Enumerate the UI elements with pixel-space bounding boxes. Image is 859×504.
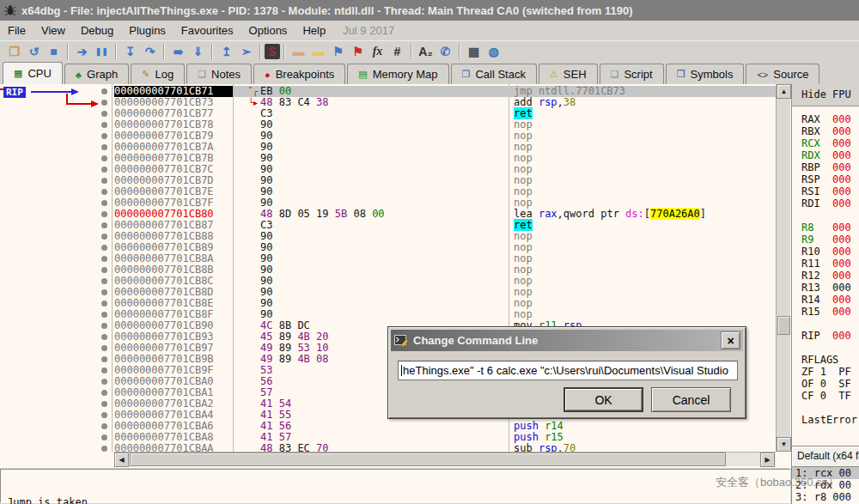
label-icon[interactable]: ⚑ (328, 42, 348, 60)
breakpoint-dot[interactable] (101, 234, 107, 240)
breakpoint-dot[interactable] (101, 222, 107, 228)
breakpoint-dot[interactable] (101, 144, 107, 150)
breakpoint-dot[interactable] (101, 245, 107, 251)
tab-source[interactable]: <>Source (746, 64, 819, 84)
breakpoint-dot[interactable] (101, 323, 107, 329)
register-row[interactable]: RAX000 (792, 113, 859, 125)
breakpoint-dot[interactable] (101, 345, 107, 351)
restart-icon[interactable]: ↺ (24, 42, 44, 60)
register-row[interactable]: RSI000 (792, 185, 859, 197)
breakpoint-dot[interactable] (101, 312, 107, 318)
register-row[interactable]: R12000 (792, 270, 859, 282)
register-row[interactable]: R13000 (792, 282, 859, 294)
register-row[interactable]: LastError (792, 414, 859, 426)
scroll-left-button[interactable]: ◀ (114, 452, 129, 467)
breakpoint-dot[interactable] (101, 256, 107, 262)
tab-symbols[interactable]: ❒Symbols (666, 64, 745, 84)
breakpoint-dot[interactable] (101, 278, 107, 284)
register-row[interactable]: RBX000 (792, 125, 859, 137)
register-row[interactable]: RSP000 (792, 173, 859, 185)
register-row[interactable]: RFLAGS (792, 354, 859, 366)
tab-log[interactable]: ✎Log (131, 64, 185, 84)
menu-file[interactable]: File (0, 24, 34, 37)
register-row[interactable]: RCX000 (792, 137, 859, 149)
register-row[interactable]: RBP000 (792, 161, 859, 173)
tab-breakpoints[interactable]: ●Breakpoints (253, 64, 345, 84)
patches-icon[interactable]: ▬ (289, 42, 308, 60)
step-over-icon[interactable]: ↷ (140, 42, 160, 60)
system-breakpoint-icon[interactable]: S (265, 44, 280, 59)
menu-plugins[interactable]: Plugins (121, 24, 174, 37)
tab-call-stack[interactable]: ❐Call Stack (451, 64, 537, 84)
register-row[interactable]: R8000 (792, 222, 859, 234)
function-icon[interactable]: fx (368, 42, 387, 60)
tab-graph[interactable]: ♣Graph (64, 64, 129, 84)
calculator-icon[interactable]: ▦ (464, 42, 484, 60)
scroll-down-button[interactable]: ▼ (777, 437, 791, 452)
breakpoint-dot[interactable] (101, 390, 107, 396)
disasm-row[interactable]: 000000007701CBAA48 83 EC 70sub rsp,70 (0, 443, 776, 452)
menu-options[interactable]: Options (241, 24, 295, 37)
text-a2-icon[interactable]: A₂ (416, 42, 436, 60)
run-to-user-code-icon[interactable]: ➢ (236, 42, 256, 60)
breakpoint-dot[interactable] (101, 434, 107, 440)
breakpoint-dot[interactable] (101, 446, 107, 452)
tab-memory-map[interactable]: ▤Memory Map (347, 64, 448, 84)
register-row[interactable]: R11000 (792, 258, 859, 270)
vertical-scroll-thumb[interactable] (777, 316, 790, 335)
open-file-icon[interactable]: ❒ (4, 42, 24, 60)
scroll-right-button[interactable]: ▶ (760, 452, 775, 467)
register-row[interactable]: R9000 (792, 234, 859, 246)
argument-row[interactable]: 3: r8 000 (792, 491, 859, 503)
stop-icon[interactable]: ■ (44, 42, 64, 60)
disasm-horizontal-scrollbar[interactable]: ◀ ▶ (114, 452, 776, 466)
tab-script[interactable]: ❏Script (600, 64, 664, 84)
run-icon[interactable]: ➔ (72, 42, 92, 60)
breakpoint-dot[interactable] (101, 379, 107, 385)
register-row[interactable]: CF 0 TF (792, 390, 859, 402)
hash-icon[interactable]: # (387, 42, 407, 60)
breakpoint-dot[interactable] (101, 367, 107, 373)
register-row[interactable]: RDI000 (792, 197, 859, 209)
tab-seh[interactable]: ⚠SEH (539, 64, 598, 84)
tab-notes[interactable]: ❏Notes (186, 64, 252, 84)
breakpoint-dot[interactable] (101, 401, 107, 407)
breakpoint-dot[interactable] (101, 200, 107, 206)
register-row[interactable]: ZF 1 PF (792, 366, 859, 378)
horizontal-scroll-thumb[interactable] (130, 452, 726, 466)
breakpoint-dot[interactable] (101, 423, 107, 429)
register-row[interactable]: R10000 (792, 246, 859, 258)
breakpoint-dot[interactable] (101, 100, 107, 106)
menu-debug[interactable]: Debug (73, 24, 121, 37)
breakpoint-dot[interactable] (101, 122, 107, 128)
tab-cpu[interactable]: ▦CPU (3, 62, 63, 84)
scroll-up-button[interactable]: ▲ (777, 84, 791, 99)
command-line-input[interactable]: heThings.exe" -t 6 calc.exe "c:\Users\ru… (398, 361, 738, 380)
hide-fpu-button[interactable]: Hide FPU (792, 84, 859, 106)
breakpoint-dot[interactable] (101, 133, 107, 139)
step-out-icon[interactable]: ↥ (216, 42, 236, 60)
breakpoint-dot[interactable] (101, 334, 107, 340)
breakpoint-dot[interactable] (101, 267, 107, 273)
dialog-title-bar[interactable]: Change Command Line × (391, 330, 743, 351)
bookmark-icon[interactable]: ⚑ (348, 42, 368, 60)
execute-till-return-icon[interactable]: ⇓ (188, 42, 208, 60)
register-row[interactable]: R15000 (792, 306, 859, 318)
menu-help[interactable]: Help (295, 24, 333, 37)
breakpoint-dot[interactable] (101, 111, 107, 117)
breakpoint-dot[interactable] (101, 178, 107, 184)
register-row[interactable]: RDX000 (792, 149, 859, 161)
register-row[interactable]: RIP000 (792, 330, 859, 342)
breakpoint-dot[interactable] (101, 289, 107, 295)
logpoint-icon[interactable]: ✆ (436, 42, 455, 60)
ok-button[interactable]: OK (564, 387, 643, 412)
breakpoint-dot[interactable] (101, 167, 107, 173)
breakpoint-dot[interactable] (101, 356, 107, 362)
register-row[interactable]: OF 0 SF (792, 378, 859, 390)
dialog-close-button[interactable]: × (721, 331, 740, 349)
breakpoint-dot[interactable] (101, 412, 107, 418)
breakpoint-dot[interactable] (101, 155, 107, 161)
menu-view[interactable]: View (34, 24, 73, 37)
breakpoint-dot[interactable] (101, 88, 107, 94)
menu-favourites[interactable]: Favourites (174, 24, 241, 37)
